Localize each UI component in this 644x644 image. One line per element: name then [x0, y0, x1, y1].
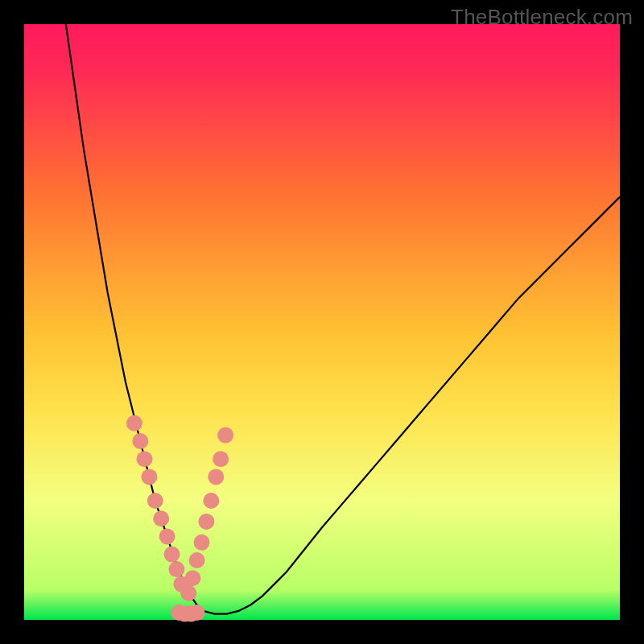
- data-dot: [164, 547, 180, 563]
- chart-svg: [24, 24, 620, 620]
- data-dot: [136, 451, 152, 467]
- plot-area: [24, 24, 620, 620]
- data-dot: [194, 535, 210, 551]
- data-dot: [153, 510, 169, 526]
- data-dot: [217, 427, 233, 444]
- data-dot: [159, 528, 175, 544]
- data-dot: [180, 585, 196, 601]
- data-dot: [126, 415, 142, 431]
- watermark-text: TheBottleneck.com: [451, 5, 633, 30]
- data-dot: [147, 493, 163, 509]
- data-dot: [132, 433, 148, 449]
- data-dot: [184, 570, 200, 586]
- data-dot: [203, 493, 219, 509]
- data-dot: [213, 451, 229, 467]
- data-dot: [189, 552, 205, 568]
- data-dot: [168, 561, 184, 577]
- chart-frame: TheBottleneck.com: [0, 0, 644, 644]
- data-dot: [198, 514, 214, 530]
- data-dot: [189, 605, 205, 621]
- data-dot: [141, 469, 157, 485]
- data-dot: [208, 469, 224, 485]
- bottleneck-curve: [66, 24, 620, 614]
- data-dots: [126, 415, 233, 622]
